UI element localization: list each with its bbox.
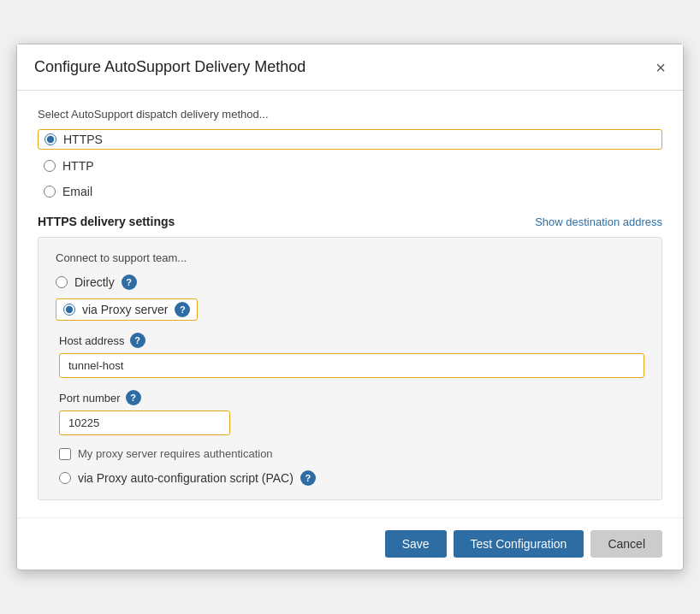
radio-http-label: HTTP [62, 159, 94, 173]
proxy-help-icon[interactable]: ? [175, 302, 190, 317]
radio-email-input[interactable] [44, 186, 56, 198]
dialog-body: Select AutoSupport dispatch delivery met… [17, 91, 683, 517]
proxy-auth-checkbox-item[interactable]: My proxy server requires authentication [56, 447, 644, 460]
radio-directly-label: Directly [74, 275, 115, 289]
port-number-help-icon[interactable]: ? [126, 390, 141, 405]
radio-http-input[interactable] [44, 160, 56, 172]
host-address-input[interactable] [59, 353, 644, 378]
radio-http[interactable]: HTTP [38, 156, 662, 175]
dialog-title: Configure AutoSupport Delivery Method [34, 58, 306, 76]
host-address-label-text: Host address [59, 334, 125, 347]
radio-proxy-label: via Proxy server [82, 303, 168, 316]
radio-email-label: Email [62, 185, 92, 198]
configure-autosupport-dialog: Configure AutoSupport Delivery Method × … [16, 44, 684, 570]
connect-label: Connect to support team... [56, 251, 644, 264]
port-number-label: Port number ? [59, 390, 644, 405]
host-address-help-icon[interactable]: ? [130, 333, 145, 348]
https-settings-panel: Connect to support team... Directly ? vi… [38, 237, 662, 500]
port-number-input[interactable] [59, 410, 230, 435]
test-configuration-button[interactable]: Test Configuration [454, 530, 584, 558]
port-number-field: Port number ? [56, 390, 644, 435]
proxy-auth-checkbox[interactable] [59, 448, 71, 460]
https-settings-header: HTTPS delivery settings Show destination… [38, 215, 662, 228]
https-settings-title: HTTPS delivery settings [38, 215, 175, 228]
radio-email[interactable]: Email [38, 182, 662, 201]
dialog-header: Configure AutoSupport Delivery Method × [17, 44, 683, 91]
directly-help-icon[interactable]: ? [122, 275, 137, 290]
connect-radio-group: Directly ? via Proxy server ? [56, 275, 644, 321]
radio-https-label: HTTPS [63, 133, 103, 146]
pac-help-icon[interactable]: ? [300, 470, 316, 486]
pac-radio-item[interactable]: via Proxy auto-configuration script (PAC… [56, 470, 644, 486]
dispatch-label: Select AutoSupport dispatch delivery met… [38, 108, 662, 121]
pac-radio-label: via Proxy auto-configuration script (PAC… [78, 471, 294, 485]
host-address-field: Host address ? [56, 333, 644, 378]
radio-https[interactable]: HTTPS [38, 129, 662, 150]
proxy-radio-selected-wrapper: via Proxy server ? [56, 298, 198, 321]
save-button[interactable]: Save [385, 530, 447, 558]
radio-https-input[interactable] [44, 133, 56, 145]
radio-directly-input[interactable] [56, 276, 68, 288]
radio-proxy-input[interactable] [63, 304, 75, 316]
dispatch-radio-group: HTTPS HTTP Email [38, 129, 662, 201]
close-button[interactable]: × [656, 59, 666, 76]
pac-radio-input[interactable] [59, 472, 71, 484]
proxy-auth-label: My proxy server requires authentication [78, 447, 273, 460]
radio-proxy[interactable]: via Proxy server ? [56, 298, 644, 321]
port-number-label-text: Port number [59, 392, 121, 404]
radio-directly[interactable]: Directly ? [56, 275, 644, 290]
host-address-label: Host address ? [59, 333, 644, 348]
show-destination-link[interactable]: Show destination address [535, 215, 662, 228]
dialog-footer: Save Test Configuration Cancel [17, 517, 683, 570]
cancel-button[interactable]: Cancel [590, 530, 662, 558]
